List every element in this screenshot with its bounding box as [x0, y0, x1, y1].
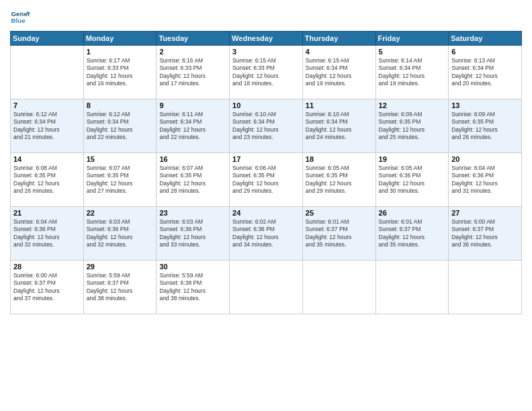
day-info: Sunrise: 6:03 AMSunset: 6:36 PMDaylight:… [87, 218, 154, 249]
day-header-wednesday: Wednesday [230, 32, 303, 46]
day-number: 19 [379, 155, 446, 163]
calendar-cell: 22Sunrise: 6:03 AMSunset: 6:36 PMDayligh… [83, 207, 157, 261]
calendar-cell: 3Sunrise: 6:15 AMSunset: 6:33 PMDaylight… [230, 46, 303, 99]
calendar-cell: 27Sunrise: 6:00 AMSunset: 6:37 PMDayligh… [449, 207, 522, 261]
day-header-saturday: Saturday [449, 32, 522, 46]
calendar-cell: 13Sunrise: 6:09 AMSunset: 6:35 PMDayligh… [449, 99, 522, 153]
header: General Blue [10, 7, 522, 27]
calendar-cell: 9Sunrise: 6:11 AMSunset: 6:34 PMDaylight… [157, 99, 230, 153]
day-header-sunday: Sunday [11, 32, 84, 46]
calendar-cell: 5Sunrise: 6:14 AMSunset: 6:34 PMDaylight… [375, 46, 449, 99]
day-info: Sunrise: 6:16 AMSunset: 6:33 PMDaylight:… [159, 57, 226, 88]
day-info: Sunrise: 6:00 AMSunset: 6:37 PMDaylight:… [451, 218, 519, 249]
calendar-cell [302, 261, 375, 314]
day-info: Sunrise: 6:12 AMSunset: 6:34 PMDaylight:… [13, 111, 81, 142]
week-row-3: 14Sunrise: 6:08 AMSunset: 6:35 PMDayligh… [11, 153, 522, 207]
calendar-cell: 25Sunrise: 6:01 AMSunset: 6:37 PMDayligh… [302, 207, 375, 261]
day-number: 5 [379, 48, 446, 56]
day-info: Sunrise: 6:10 AMSunset: 6:34 PMDaylight:… [306, 111, 373, 142]
day-number: 21 [13, 209, 81, 217]
calendar-cell: 24Sunrise: 6:02 AMSunset: 6:36 PMDayligh… [230, 207, 303, 261]
page: General Blue SundayMondayTuesdayWednesda… [0, 0, 532, 411]
day-number: 29 [87, 263, 154, 271]
day-info: Sunrise: 6:13 AMSunset: 6:34 PMDaylight:… [451, 57, 519, 88]
week-row-1: 1Sunrise: 6:17 AMSunset: 6:33 PMDaylight… [11, 46, 522, 99]
day-number: 26 [379, 209, 446, 217]
calendar-cell: 10Sunrise: 6:10 AMSunset: 6:34 PMDayligh… [230, 99, 303, 153]
day-number: 14 [13, 155, 81, 163]
day-info: Sunrise: 6:02 AMSunset: 6:36 PMDaylight:… [232, 218, 300, 249]
week-row-4: 21Sunrise: 6:04 AMSunset: 6:36 PMDayligh… [11, 207, 522, 261]
day-info: Sunrise: 5:59 AMSunset: 6:38 PMDaylight:… [159, 272, 226, 303]
logo-icon: General Blue [10, 7, 30, 27]
calendar-cell [230, 261, 303, 314]
calendar-cell: 28Sunrise: 6:00 AMSunset: 6:37 PMDayligh… [11, 261, 84, 314]
day-info: Sunrise: 6:15 AMSunset: 6:34 PMDaylight:… [306, 57, 373, 88]
calendar-cell: 6Sunrise: 6:13 AMSunset: 6:34 PMDaylight… [449, 46, 522, 99]
day-number: 25 [306, 209, 373, 217]
calendar-cell: 29Sunrise: 5:59 AMSunset: 6:37 PMDayligh… [83, 261, 157, 314]
day-info: Sunrise: 6:01 AMSunset: 6:37 PMDaylight:… [379, 218, 446, 249]
day-info: Sunrise: 6:03 AMSunset: 6:36 PMDaylight:… [159, 218, 226, 249]
day-info: Sunrise: 6:06 AMSunset: 6:35 PMDaylight:… [232, 165, 300, 195]
day-info: Sunrise: 6:11 AMSunset: 6:34 PMDaylight:… [159, 111, 226, 142]
week-row-5: 28Sunrise: 6:00 AMSunset: 6:37 PMDayligh… [11, 261, 522, 314]
day-info: Sunrise: 6:07 AMSunset: 6:35 PMDaylight:… [159, 165, 226, 195]
calendar-cell: 17Sunrise: 6:06 AMSunset: 6:35 PMDayligh… [230, 153, 303, 207]
day-info: Sunrise: 6:08 AMSunset: 6:35 PMDaylight:… [13, 165, 81, 195]
header-row: SundayMondayTuesdayWednesdayThursdayFrid… [11, 32, 522, 46]
calendar-cell [449, 261, 522, 314]
day-number: 9 [159, 101, 226, 109]
day-header-monday: Monday [83, 32, 157, 46]
calendar-cell: 2Sunrise: 6:16 AMSunset: 6:33 PMDaylight… [157, 46, 230, 99]
day-info: Sunrise: 6:04 AMSunset: 6:36 PMDaylight:… [13, 218, 81, 249]
calendar-cell: 26Sunrise: 6:01 AMSunset: 6:37 PMDayligh… [375, 207, 449, 261]
day-header-friday: Friday [375, 32, 449, 46]
day-header-thursday: Thursday [302, 32, 375, 46]
day-info: Sunrise: 6:17 AMSunset: 6:33 PMDaylight:… [87, 57, 154, 88]
day-info: Sunrise: 6:12 AMSunset: 6:34 PMDaylight:… [87, 111, 154, 142]
calendar-cell: 30Sunrise: 5:59 AMSunset: 6:38 PMDayligh… [157, 261, 230, 314]
day-number: 7 [13, 101, 81, 109]
day-number: 1 [87, 48, 154, 56]
day-number: 15 [87, 155, 154, 163]
calendar-cell [11, 46, 84, 99]
calendar-cell: 14Sunrise: 6:08 AMSunset: 6:35 PMDayligh… [11, 153, 84, 207]
day-info: Sunrise: 6:01 AMSunset: 6:37 PMDaylight:… [306, 218, 373, 249]
calendar-cell: 4Sunrise: 6:15 AMSunset: 6:34 PMDaylight… [302, 46, 375, 99]
calendar-cell: 15Sunrise: 6:07 AMSunset: 6:35 PMDayligh… [83, 153, 157, 207]
day-number: 17 [232, 155, 300, 163]
day-number: 18 [306, 155, 373, 163]
day-number: 27 [451, 209, 519, 217]
day-info: Sunrise: 6:09 AMSunset: 6:35 PMDaylight:… [379, 111, 446, 142]
calendar-cell: 8Sunrise: 6:12 AMSunset: 6:34 PMDaylight… [83, 99, 157, 153]
calendar-cell [375, 261, 449, 314]
day-info: Sunrise: 6:05 AMSunset: 6:35 PMDaylight:… [306, 165, 373, 195]
day-number: 20 [451, 155, 519, 163]
day-number: 12 [379, 101, 446, 109]
calendar-cell: 21Sunrise: 6:04 AMSunset: 6:36 PMDayligh… [11, 207, 84, 261]
week-row-2: 7Sunrise: 6:12 AMSunset: 6:34 PMDaylight… [11, 99, 522, 153]
calendar-cell: 11Sunrise: 6:10 AMSunset: 6:34 PMDayligh… [302, 99, 375, 153]
day-info: Sunrise: 6:15 AMSunset: 6:33 PMDaylight:… [232, 57, 300, 88]
day-header-tuesday: Tuesday [157, 32, 230, 46]
calendar-cell: 18Sunrise: 6:05 AMSunset: 6:35 PMDayligh… [302, 153, 375, 207]
day-info: Sunrise: 6:09 AMSunset: 6:35 PMDaylight:… [451, 111, 519, 142]
day-number: 3 [232, 48, 300, 56]
calendar-cell: 7Sunrise: 6:12 AMSunset: 6:34 PMDaylight… [11, 99, 84, 153]
day-info: Sunrise: 6:10 AMSunset: 6:34 PMDaylight:… [232, 111, 300, 142]
calendar-cell: 19Sunrise: 6:05 AMSunset: 6:36 PMDayligh… [375, 153, 449, 207]
day-info: Sunrise: 6:00 AMSunset: 6:37 PMDaylight:… [13, 272, 81, 303]
day-number: 30 [159, 263, 226, 271]
calendar-table: SundayMondayTuesdayWednesdayThursdayFrid… [10, 31, 522, 314]
day-info: Sunrise: 6:07 AMSunset: 6:35 PMDaylight:… [87, 165, 154, 195]
day-number: 24 [232, 209, 300, 217]
svg-text:Blue: Blue [11, 17, 26, 24]
calendar-cell: 1Sunrise: 6:17 AMSunset: 6:33 PMDaylight… [83, 46, 157, 99]
day-number: 4 [306, 48, 373, 56]
day-number: 8 [87, 101, 154, 109]
day-number: 6 [451, 48, 519, 56]
day-number: 23 [159, 209, 226, 217]
day-number: 16 [159, 155, 226, 163]
calendar-cell: 16Sunrise: 6:07 AMSunset: 6:35 PMDayligh… [157, 153, 230, 207]
